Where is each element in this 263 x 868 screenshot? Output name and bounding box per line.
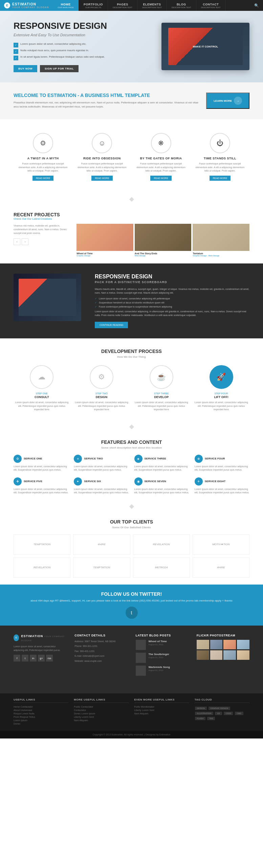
diamond-icon-1 — [129, 197, 134, 202]
rss-icon[interactable]: rss — [46, 655, 53, 662]
learn-more-button[interactable]: LEARN MORE → — [206, 93, 249, 109]
useful-link-1[interactable]: Home Contactator — [14, 706, 68, 708]
project-prev-button[interactable]: ‹ — [14, 238, 20, 245]
nav-item-pages[interactable]: PAGES DESCRIPTION TEXT — [108, 0, 137, 11]
flickr-item-5[interactable] — [197, 650, 209, 660]
footer-logo: E ESTIMATION YOUR COMPANY SLOGAN — [14, 634, 66, 642]
nav-item-blog[interactable]: BLOG DESCRIPTION TEXT — [167, 0, 196, 11]
flickr-item-8[interactable] — [237, 650, 249, 660]
facebook-icon[interactable]: f — [14, 655, 20, 662]
twitter-title: FOLLOW US ON TWITTER! — [14, 591, 249, 597]
step-title-4: LIFT OFF! — [193, 395, 249, 399]
read-more-1[interactable]: Read More — [32, 176, 53, 181]
project-item-2: And The Story Ends Web Design — [135, 224, 192, 257]
service-box-3: ◈ SERVICE THREE Lorem ipsum dolor sit am… — [134, 455, 189, 472]
twitter-button[interactable]: t — [126, 607, 138, 619]
client-8[interactable]: 4HIRE — [193, 557, 249, 578]
even-more-link-1[interactable]: Fortis Wordbreaker — [134, 706, 189, 708]
flickr-item-2[interactable] — [210, 640, 223, 649]
service-body-7: Lorem ipsum dolor sit amet, consectetur … — [134, 488, 189, 495]
service-title-8: SERVICE EIGHT — [205, 480, 226, 483]
blog-date-3: August 01, 2013 — [149, 669, 170, 671]
tag-6[interactable]: CMS — [235, 712, 243, 715]
client-6[interactable]: TEMPTATION — [73, 557, 130, 578]
flickr-item-1[interactable] — [197, 640, 209, 649]
linkedin-icon[interactable]: in — [30, 655, 37, 662]
dev-process-sub: How We Do Our Thing — [14, 355, 249, 358]
sign-up-trial-button[interactable]: SIGN UP FOR TRIAL — [40, 65, 79, 72]
project-sub-3: Graphic Design · Web Design — [193, 255, 249, 257]
continue-reading-button[interactable]: CONTINUE READING — [95, 322, 128, 328]
service-body-2: Lorem ipsum dolor sit amet, consectetur … — [74, 465, 129, 472]
service-icon-7: ◉ — [134, 477, 143, 486]
blog-item-1: Wheel of Time August 01, 2013 — [136, 640, 189, 650]
hero-check-3: ✓ In sit amet ligula lorem. Pellentesque… — [14, 55, 132, 60]
more-links-col: MORE USEFUL LINKS Public Contactator Con… — [74, 698, 129, 726]
nav-item-contact[interactable]: CONTACT DESCRIPTION TEXT — [196, 0, 226, 11]
dark-check-2: ✓ Suspendisse hendrerit ut lacus id lobo… — [95, 301, 249, 304]
useful-link-5[interactable]: Lorem Ipsum — [14, 719, 68, 722]
twitter-icon-footer[interactable]: t — [22, 655, 28, 662]
project-thumb-3[interactable] — [193, 224, 249, 251]
footer-fax: Fax: 360-421-1231 — [74, 650, 127, 653]
client-2[interactable]: 4HIRE — [73, 534, 130, 555]
tag-3[interactable]: ILLUSTRATION — [195, 712, 214, 715]
even-more-links-title: EVEN MORE USEFUL LINKS — [134, 698, 189, 703]
nav-item-elements[interactable]: ELEMENTS DESCRIPTION TEXT — [137, 0, 167, 11]
even-more-link-3[interactable]: Nam Aliquam — [134, 712, 189, 715]
tag-8[interactable]: TAX — [207, 717, 215, 720]
tag-7[interactable]: FLASH — [195, 717, 205, 720]
read-more-3[interactable]: Read More — [150, 176, 171, 181]
useful-link-4[interactable]: Proin Risqoue Tellus — [14, 716, 68, 718]
dark-title: RESPONSIVE DESIGN — [95, 274, 249, 280]
useful-link-3[interactable]: Risque Lorem Nulla — [14, 712, 68, 715]
client-1[interactable]: TEMPTATION — [14, 534, 70, 555]
hero-check-2: ✓ Nulla volutpat risus arcu, quis posuer… — [14, 49, 132, 54]
googleplus-icon[interactable]: g+ — [38, 655, 45, 662]
footer-contact-title: CONTACT DETAILS — [74, 634, 127, 637]
useful-link-2[interactable]: About Usolverase — [14, 709, 68, 711]
buy-now-button[interactable]: BUY NOW — [14, 65, 37, 72]
more-link-2[interactable]: Contactator — [74, 709, 129, 711]
tag-1[interactable]: DESIGN — [195, 707, 207, 710]
welcome-heading: WELCOME TO ESTIMATION - A BUSINESS HTML … — [14, 93, 199, 98]
useful-link-6[interactable]: Donec — [14, 723, 68, 725]
more-link-5[interactable]: Nam Aliquam — [74, 719, 129, 722]
nav-item-portfolio[interactable]: PORTFOLIO OUR PROJECTS — [79, 0, 108, 11]
read-more-2[interactable]: Read More — [91, 176, 112, 181]
service-box-4: ⊕ SERVICE FOUR Lorem ipsum dolor sit ame… — [195, 455, 249, 472]
more-link-1[interactable]: Public Contactator — [74, 706, 129, 708]
project-next-button[interactable]: › — [22, 238, 28, 245]
nav-item-home[interactable]: HOME OUR MAIN PAGE — [53, 0, 79, 11]
tag-5[interactable]: CSS3 — [224, 712, 233, 715]
step-label-1: Step One — [14, 392, 70, 395]
read-more-4[interactable]: Read More — [210, 176, 231, 181]
even-more-link-2[interactable]: Liberty Lorem Sent — [134, 709, 189, 711]
flickr-item-3[interactable] — [223, 640, 236, 649]
dark-subtitle: PACK FOR A DISTINCTIVE SCOREBOARD — [95, 280, 249, 284]
features-content-sub: Some short description text about this l… — [14, 446, 249, 449]
service-body-5: Lorem ipsum dolor sit amet, consectetur … — [14, 488, 68, 495]
client-7[interactable]: METRO24 — [133, 557, 190, 578]
twitter-section: FOLLOW US ON TWITTER! about 494 days ago… — [0, 585, 263, 626]
search-icon[interactable]: 🔍 — [250, 0, 263, 11]
project-thumb-1[interactable] — [76, 224, 133, 251]
flickr-item-7[interactable] — [223, 650, 236, 660]
client-3[interactable]: REVELATION — [133, 534, 190, 555]
project-thumb-2[interactable] — [135, 224, 192, 251]
tag-4[interactable]: UX — [215, 712, 222, 715]
dev-circle-4: 🚀 — [210, 365, 233, 389]
more-link-3[interactable]: Donec Lorem Ipsum — [74, 712, 129, 715]
project-description: Vivamus nisi metus, molestie vel, gravid… — [14, 224, 76, 245]
client-5[interactable]: REVELATION — [14, 557, 70, 578]
client-4[interactable]: MOTIV★TION — [193, 534, 249, 555]
welcome-text: WELCOME TO ESTIMATION - A BUSINESS HTML … — [14, 93, 199, 110]
dark-check-1: ✓ Lorem ipsum dolor sit amet, consectetu… — [95, 297, 249, 300]
nav-logo[interactable]: E ESTIMATION YOUR COMPANY SLOGAN — [0, 0, 53, 11]
flickr-item-6[interactable] — [210, 650, 223, 660]
welcome-section: WELCOME TO ESTIMATION - A BUSINESS HTML … — [0, 82, 263, 120]
flickr-item-4[interactable] — [237, 640, 249, 649]
tag-2[interactable]: GRAPHIC DESIGN — [209, 707, 230, 710]
more-link-4[interactable]: Liberty Lorem Sent — [74, 716, 129, 718]
more-links-title: MORE USEFUL LINKS — [74, 698, 129, 703]
